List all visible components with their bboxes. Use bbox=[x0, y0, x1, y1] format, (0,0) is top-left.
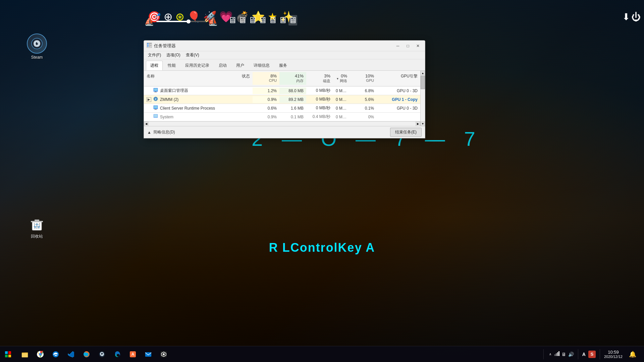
col-memory[interactable]: 41% 内存 bbox=[279, 72, 306, 85]
volume-icon[interactable]: 🔊 bbox=[568, 352, 574, 357]
network-icon[interactable] bbox=[554, 351, 559, 357]
minimize-button[interactable]: ─ bbox=[393, 42, 402, 50]
taskbar-unity[interactable] bbox=[156, 347, 171, 362]
language-indicator[interactable]: A bbox=[582, 352, 586, 357]
hscroll-right-btn[interactable]: ▶ bbox=[416, 122, 420, 126]
task-manager-titlebar[interactable]: 任务管理器 ─ □ ✕ bbox=[144, 41, 425, 51]
table-row[interactable]: 桌面窗口管理器 1.2% 88.0 MB 0 MB/秒 0 Mbps 6.8% … bbox=[144, 86, 420, 95]
slider-thumb[interactable] bbox=[186, 19, 191, 23]
row1-cpu: 1.2% bbox=[253, 87, 279, 94]
row4-network: 0 Mbps bbox=[333, 114, 350, 120]
svg-rect-4 bbox=[35, 220, 39, 221]
vscroll-down-btn[interactable]: ▼ bbox=[421, 121, 425, 126]
row4-gpu: 0% bbox=[350, 114, 377, 120]
svg-rect-42 bbox=[557, 352, 558, 356]
download-icon[interactable]: ⬇ bbox=[622, 11, 630, 22]
row1-gpu-engine: GPU 0 - 3D bbox=[377, 87, 420, 94]
tab-performance[interactable]: 性能 bbox=[163, 61, 180, 70]
brightness-slider[interactable] bbox=[156, 21, 206, 22]
taskbar-steam[interactable] bbox=[95, 347, 109, 362]
svg-text:A: A bbox=[131, 352, 135, 357]
col-disk[interactable]: 3% 磁盘 bbox=[306, 72, 333, 85]
taskbar-edge-new[interactable] bbox=[110, 347, 125, 362]
recycle-bin-icon-img bbox=[29, 216, 45, 232]
monitor-icon-7[interactable]: 🖥 bbox=[288, 15, 297, 25]
col-name[interactable]: 名称 bbox=[144, 72, 226, 85]
monitor-icon[interactable]: 🖥 bbox=[561, 352, 566, 357]
tab-services[interactable]: 服务 bbox=[275, 61, 291, 70]
taskbar-file-explorer[interactable] bbox=[17, 347, 32, 362]
steam-desktop-icon[interactable]: Steam bbox=[23, 34, 50, 60]
menu-view[interactable]: 查看(V) bbox=[183, 52, 202, 59]
menu-options[interactable]: 选项(O) bbox=[164, 52, 183, 59]
tab-app-history[interactable]: 应用历史记录 bbox=[181, 61, 214, 70]
row3-gpu: 0.1% bbox=[350, 105, 377, 112]
monitor-icon-6[interactable]: 🖥 bbox=[278, 15, 287, 25]
row2-expand-btn[interactable]: ▶ bbox=[147, 97, 151, 102]
row3-status bbox=[226, 107, 253, 109]
red-s-icon[interactable]: S bbox=[588, 351, 596, 358]
tab-users[interactable]: 用户 bbox=[232, 61, 249, 70]
table-row[interactable]: ▶ Z ZMMM (2) 0.9% 89.2 MB bbox=[144, 95, 420, 104]
tab-processes[interactable]: 进程 bbox=[146, 61, 163, 70]
row3-memory: 1.6 MB bbox=[279, 105, 306, 112]
svg-rect-25 bbox=[8, 351, 11, 354]
col-cpu[interactable]: 8% CPU bbox=[253, 72, 279, 85]
start-button[interactable] bbox=[0, 346, 16, 362]
taskbar-vscode[interactable] bbox=[64, 347, 78, 362]
taskbar: A ∧ bbox=[0, 346, 644, 362]
taskbar-mail[interactable] bbox=[141, 347, 156, 362]
menu-file[interactable]: 文件(F) bbox=[145, 52, 164, 59]
vertical-scrollbar[interactable]: ▲ ▼ bbox=[420, 71, 425, 126]
row3-network: 0 Mbps bbox=[333, 105, 350, 112]
system-tray-chevron[interactable]: ∧ bbox=[549, 352, 551, 356]
row2-name-cell: ▶ Z ZMMM (2) bbox=[144, 96, 226, 103]
slider-fill bbox=[156, 21, 189, 22]
hscroll-track[interactable] bbox=[149, 122, 416, 126]
clock-date: 2020/12/12 bbox=[604, 355, 623, 359]
tab-startup[interactable]: 启动 bbox=[214, 61, 231, 70]
monitor-icon-4[interactable]: 🖥 bbox=[258, 15, 267, 25]
taskbar-firefox[interactable] bbox=[79, 347, 94, 362]
summary-toggle[interactable]: ▲ 简略信息(D) bbox=[147, 129, 175, 135]
recycle-bin-desktop-icon[interactable]: 回收站 bbox=[23, 216, 50, 239]
taskbar-edge-old[interactable] bbox=[48, 347, 63, 362]
taskbar-clock[interactable]: 10:59 2020/12/12 bbox=[604, 350, 623, 359]
power-icon[interactable]: ⏻ bbox=[631, 11, 641, 22]
close-button[interactable]: ✕ bbox=[414, 42, 422, 50]
col-status[interactable]: 状态 bbox=[226, 72, 253, 85]
table-row[interactable]: Client Server Runtime Process 0.6% 1.6 M… bbox=[144, 104, 420, 113]
vscroll-up-btn[interactable]: ▲ bbox=[421, 71, 425, 75]
maximize-button[interactable]: □ bbox=[404, 42, 412, 50]
row4-icon bbox=[153, 114, 158, 120]
row2-icon: Z bbox=[153, 97, 158, 102]
monitor-icon-3[interactable]: 🖥 bbox=[248, 15, 257, 25]
hscroll-left-btn[interactable]: ◀ bbox=[144, 122, 149, 126]
end-task-button[interactable]: 结束任务(E) bbox=[390, 128, 422, 137]
taskbar-chrome[interactable] bbox=[33, 347, 48, 362]
row1-name-cell: 桌面窗口管理器 bbox=[144, 87, 226, 95]
monitor-icon-5[interactable]: 🖥 bbox=[268, 15, 277, 25]
row1-gpu: 6.8% bbox=[350, 87, 377, 94]
row4-cpu: 0.9% bbox=[253, 114, 279, 120]
taskbar-app1[interactable]: A bbox=[125, 347, 140, 362]
summary-label: 简略信息(D) bbox=[153, 129, 175, 135]
sailboat-right-icon: ⛵ bbox=[208, 17, 218, 26]
task-manager-window: 任务管理器 ─ □ ✕ 文件(F) 选项(O) 查看(V) 进程 性能 应用历史… bbox=[144, 40, 425, 138]
monitor-icon-1[interactable]: 🖥 bbox=[228, 15, 237, 25]
tab-details[interactable]: 详细信息 bbox=[249, 61, 274, 70]
table-row[interactable]: System 0.9% 0.1 MB 0.4 MB/秒 0 Mbps 0% bbox=[144, 113, 420, 121]
col-gpu[interactable]: 10% GPU bbox=[350, 72, 377, 85]
row1-network: 0 Mbps bbox=[333, 87, 350, 94]
row2-cpu: 0.9% bbox=[253, 96, 279, 103]
taskbar-apps: A bbox=[16, 347, 542, 362]
table-header: 名称 状态 8% CPU 41% 内存 bbox=[144, 71, 420, 86]
monitor-icon-2[interactable]: 🖥 bbox=[238, 15, 247, 25]
horizontal-scrollbar[interactable]: ◀ ▶ bbox=[144, 121, 420, 126]
notification-button[interactable]: 🔔 bbox=[625, 347, 640, 362]
row2-name: ZMMM (2) bbox=[160, 97, 178, 102]
col-gpu-engine[interactable]: GPU引擎 bbox=[377, 72, 420, 85]
col-network[interactable]: ▾ 0% 网络 bbox=[333, 72, 350, 85]
row4-disk: 0.4 MB/秒 bbox=[306, 113, 333, 121]
vscroll-thumb[interactable] bbox=[421, 76, 425, 89]
